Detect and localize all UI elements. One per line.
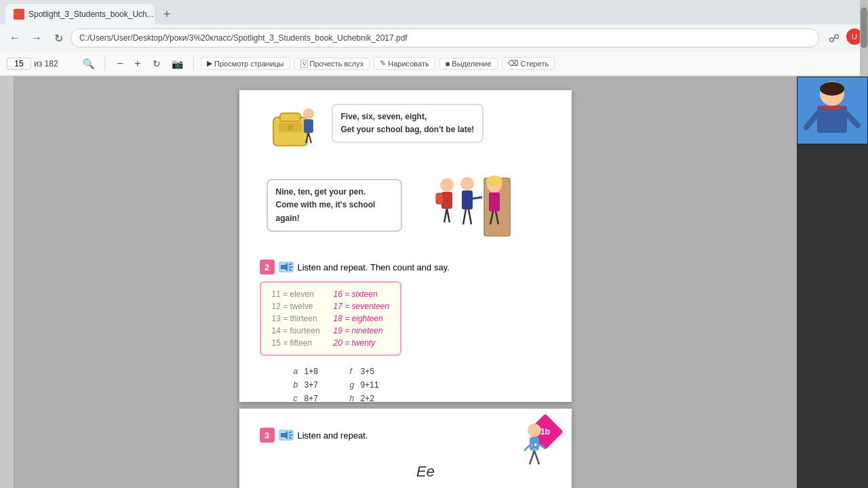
num-13: 13 = thirteen [272, 314, 320, 323]
sidebar-left [0, 77, 14, 488]
snapshot-button[interactable]: 📷 [167, 54, 186, 73]
svg-point-15 [460, 177, 474, 190]
math-label-f: f [350, 367, 358, 376]
reload-button[interactable]: ↻ [49, 28, 68, 47]
browser-chrome: Spotlight_3_Students_book_Uch... × + ← →… [0, 0, 868, 77]
math-label-a: a [294, 367, 302, 376]
draw-button[interactable]: ✎ Нарисовать [374, 57, 435, 70]
page-total: из 182 [34, 59, 58, 68]
math-label-b: b [294, 380, 302, 390]
svg-rect-16 [462, 190, 473, 209]
pdf-viewer[interactable]: Five, six, seven, eight, Get your school… [14, 77, 797, 488]
zoom-out-button[interactable]: − [112, 56, 128, 72]
poem-bubble-1: Five, six, seven, eight, Get your school… [332, 104, 484, 143]
svg-point-35 [528, 424, 541, 437]
activity3-header: 3 Listen and repeat. [260, 428, 551, 443]
svg-rect-5 [304, 119, 313, 133]
draw-icon: ✎ [380, 59, 386, 68]
math-row-b: b 3+7 [294, 380, 323, 390]
svg-point-21 [486, 176, 502, 186]
extensions-button[interactable]: ☍ [825, 28, 844, 47]
math-expr-f: 3+5 [361, 367, 374, 376]
math-expr-h: 2+2 [361, 394, 374, 403]
svg-rect-14 [436, 193, 443, 204]
poem1-line1: Five, six, seven, eight, [341, 112, 427, 121]
math-expr-g: 9+11 [361, 380, 379, 390]
numbers-col-right: 16 = sixteen 17 = seventeen 18 = eightee… [334, 289, 389, 348]
numbers-col-left: 11 = eleven 12 = twelve 13 = thirteen 14… [272, 289, 320, 348]
svg-rect-22 [489, 192, 500, 211]
svg-rect-1 [280, 113, 300, 121]
svg-line-7 [309, 133, 311, 143]
view-pages-label: Просмотр страницы [214, 60, 284, 68]
num-16: 16 = sixteen [334, 289, 389, 299]
erase-button[interactable]: ⌫ Стереть [502, 57, 555, 70]
forward-button[interactable]: → [27, 28, 46, 47]
tab-bar: Spotlight_3_Students_book_Uch... × + [0, 0, 868, 24]
poem1-line2: Get your school bag, don't be late! [341, 125, 475, 134]
separator2 [193, 57, 194, 70]
zoom-reset-button[interactable]: ↻ [147, 54, 166, 73]
view-pages-button[interactable]: ▶ Просмотр страницы [201, 57, 290, 70]
activity2-number: 2 [260, 260, 275, 274]
svg-line-17 [463, 209, 466, 224]
characters-illustration [413, 165, 515, 246]
tab-favicon [14, 9, 24, 20]
right-panel [797, 77, 868, 488]
num-12: 12 = twelve [272, 302, 320, 311]
nav-bar: ← → ↻ C:/Users/User/Desktop/Уроки/3%20кл… [0, 24, 868, 52]
zoom-controls: − + ↻ 📷 [112, 54, 186, 73]
page-info: из 182 [7, 58, 75, 70]
math-label-c: c [294, 394, 302, 403]
math-expr-c: 8+7 [304, 394, 318, 403]
svg-line-13 [447, 209, 450, 222]
ee-title: Ee [260, 463, 551, 481]
highlight-button[interactable]: ■ Выделение [439, 58, 498, 70]
poem-bubble-2: Nine, ten, get your pen. Come with me, i… [267, 179, 402, 232]
draw-label: Нарисовать [388, 60, 429, 68]
poem-section-1: Five, six, seven, eight, Get your school… [260, 104, 551, 151]
math-expr-a: 1+8 [304, 367, 318, 376]
page-number-input[interactable] [7, 58, 31, 70]
num-20: 20 = twenty [334, 338, 389, 348]
search-pdf-button[interactable]: 🔍 [79, 54, 98, 73]
math-expr-b: 3+7 [304, 380, 318, 390]
address-bar[interactable]: C:/Users/User/Desktop/Уроки/3%20класс/Sp… [71, 28, 819, 47]
separator1 [104, 57, 105, 70]
svg-line-18 [469, 209, 471, 224]
view-pages-icon: ▶ [207, 59, 212, 68]
activity2-header: 2 Listen and repeat. Then count and say. [260, 260, 551, 274]
read-aloud-button[interactable]: 🇻 Прочесть вслух [294, 58, 370, 70]
speaker-icon-3 [279, 430, 294, 441]
activity3-number: 3 [260, 428, 275, 443]
erase-label: Стереть [521, 60, 549, 68]
erase-icon: ⌫ [508, 59, 519, 68]
poem2-line2: Come with me, it's school again! [276, 200, 376, 222]
svg-point-46 [820, 82, 844, 96]
num-19: 19 = nineteen [334, 326, 389, 336]
active-tab[interactable]: Spotlight_3_Students_book_Uch... × [5, 4, 155, 24]
back-button[interactable]: ← [5, 28, 24, 47]
svg-point-4 [303, 108, 314, 119]
math-row-h: h 2+2 [350, 394, 379, 403]
speaker-icon [279, 262, 294, 272]
highlight-icon: ■ [446, 60, 450, 68]
num-18: 18 = eighteen [334, 314, 389, 323]
read-aloud-icon: 🇻 [300, 60, 308, 68]
new-tab-button[interactable]: + [157, 5, 176, 24]
math-label-h: h [350, 394, 358, 403]
activity3-instruction: Listen and repeat. [298, 430, 368, 441]
math-row-f: f 3+5 [350, 367, 379, 376]
num-17: 17 = seventeen [334, 302, 389, 311]
zoom-in-button[interactable]: + [130, 56, 146, 72]
pdf-page-2: 1b 3 Listen and repeat. I ♥ LOVE PE [239, 409, 572, 488]
webcam-feed [797, 77, 868, 144]
address-text: C:/Users/User/Desktop/Уроки/3%20класс/Sp… [79, 33, 408, 43]
svg-line-19 [473, 197, 482, 199]
activity2-instruction: Listen and repeat. Then count and say. [298, 262, 450, 272]
num-14: 14 = fourteen [272, 326, 320, 336]
pdf-toolbar: из 182 🔍 − + ↻ 📷 ▶ Просмотр страницы 🇻 П… [0, 52, 868, 76]
highlight-label: Выделение [452, 60, 491, 68]
pdf-page-1: Five, six, seven, eight, Get your school… [239, 90, 572, 402]
poem2-line1: Nine, ten, get your pen. [276, 187, 366, 197]
